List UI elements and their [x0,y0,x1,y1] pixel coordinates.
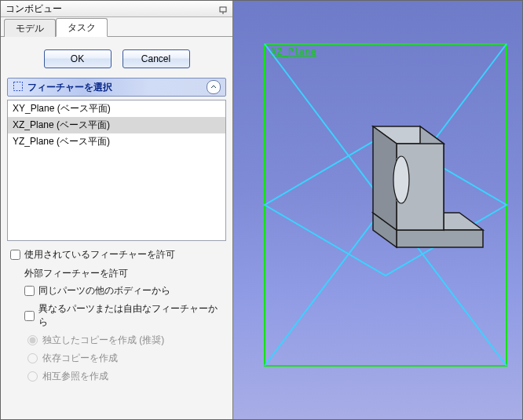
label-radio-crossref: 相互参照を作成 [42,370,108,383]
svg-marker-4 [397,230,483,247]
combo-view-tabs: モデル タスク [1,17,232,37]
combo-view-panel: コンボビュー モデル タスク OK Cancel フィーチャーを選択 [1,1,233,419]
dock-pin-icon[interactable] [218,4,228,13]
ok-button[interactable]: OK [44,49,112,68]
label-allow-used-features: 使用されているフィーチャーを許可 [24,248,175,261]
viewport-3d[interactable]: XZ_Plane [233,1,522,419]
part-body[interactable] [373,126,483,247]
radio-crossref [27,371,38,382]
option-radio-crossref: 相互参照を作成 [7,367,226,385]
checkbox-same-part[interactable] [24,286,35,296]
section-title: フィーチャーを選択 [27,81,112,94]
svg-rect-2 [14,82,23,90]
feature-list[interactable]: XY_Plane (ベース平面) XZ_Plane (ベース平面) YZ_Pla… [7,100,226,241]
feature-item-xz[interactable]: XZ_Plane (ベース平面) [8,117,225,133]
tab-task[interactable]: タスク [56,18,108,37]
app-root: コンボビュー モデル タスク OK Cancel フィーチャーを選択 [0,0,523,420]
section-header-select-feature: フィーチャーを選択 [7,78,226,97]
svg-rect-0 [220,7,226,12]
label-radio-independent: 独立したコピーを作成 (推奨) [42,334,164,347]
collapse-section-icon[interactable] [207,80,221,94]
panel-titlebar: コンボビュー [1,1,232,17]
checkbox-allow-used-features[interactable] [10,250,20,260]
cancel-button[interactable]: Cancel [123,49,190,68]
option-same-part-other-body[interactable]: 同じパーツの他のボディーから [7,282,226,300]
subhead-allow-external: 外部フィーチャーを許可 [7,264,226,282]
option-radio-dependent: 依存コピーを作成 [7,349,226,367]
task-body: フィーチャーを選択 XY_Plane (ベース平面) XZ_Plane (ベース… [1,78,232,419]
dialog-button-row: OK Cancel [1,37,232,78]
option-allow-used-features[interactable]: 使用されているフィーチャーを許可 [7,246,226,264]
radio-dependent [27,353,38,363]
viewport-canvas [233,1,522,419]
radio-independent [27,335,38,345]
label-same-part: 同じパーツの他のボディーから [38,284,170,298]
feature-item-yz[interactable]: YZ_Plane (ベース平面) [8,133,225,150]
label-diff-part: 異なるパーツまたは自由なフィーチャーから [38,302,223,329]
option-radio-independent: 独立したコピーを作成 (推奨) [7,331,226,349]
feature-item-xy[interactable]: XY_Plane (ベース平面) [8,100,225,117]
tab-model[interactable]: モデル [4,19,56,37]
select-feature-icon [13,81,24,94]
option-different-part-or-free[interactable]: 異なるパーツまたは自由なフィーチャーから [7,300,226,331]
checkbox-diff-part[interactable] [24,311,35,321]
label-radio-dependent: 依存コピーを作成 [42,352,118,365]
svg-point-9 [393,156,409,203]
panel-title-text: コンボビュー [5,1,62,16]
